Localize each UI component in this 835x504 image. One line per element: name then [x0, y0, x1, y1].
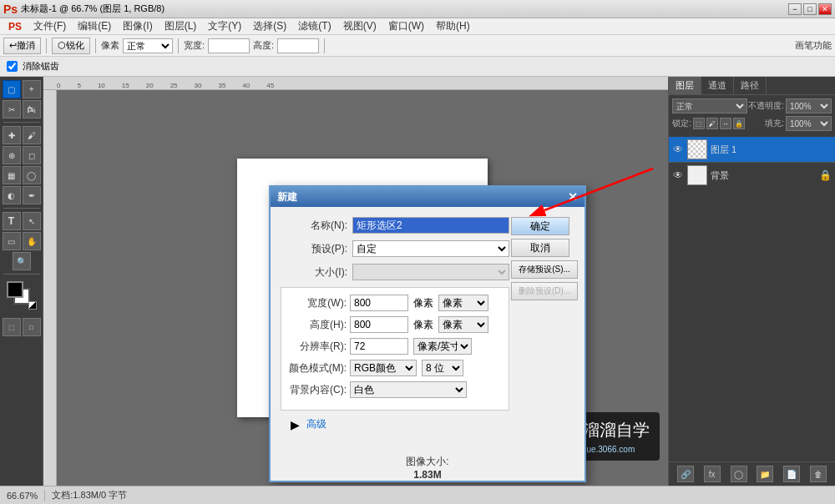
tool-row-1: ▢ ⌖ — [3, 80, 41, 98]
tool-row-6: ◐ ✒ — [3, 186, 41, 204]
tool-selection[interactable]: ▢ — [3, 80, 21, 98]
size-label: 大小(I): — [281, 265, 347, 280]
layer-1-visibility[interactable]: 👁 — [672, 144, 684, 155]
background-visibility[interactable]: 👁 — [672, 169, 684, 181]
menu-filter[interactable]: 滤镜(T) — [293, 18, 336, 35]
tool-lasso[interactable]: ⌖ — [23, 80, 41, 98]
new-group-button[interactable]: 📁 — [757, 466, 773, 482]
tool-heal[interactable]: ✚ — [3, 126, 21, 144]
dialog-width-row: 宽度(W): 像素 像素 — [288, 295, 502, 311]
new-layer-button[interactable]: 📄 — [783, 466, 800, 482]
resolution-value-input[interactable] — [350, 338, 408, 355]
tool-row-2: ✂ 🖎 — [3, 100, 41, 118]
minimize-button[interactable]: − — [788, 3, 802, 15]
opacity-select[interactable]: 100% — [786, 98, 832, 113]
toolbar-separator-1 — [46, 38, 47, 53]
width-value-input[interactable] — [350, 295, 408, 311]
tool-stamp[interactable]: ⊕ — [3, 146, 21, 164]
name-input[interactable] — [352, 217, 509, 234]
screen-mode-button[interactable]: □ — [23, 318, 41, 336]
delete-layer-button[interactable]: 🗑 — [810, 466, 827, 482]
tool-gradient[interactable]: ▦ — [3, 166, 21, 184]
width-label: 宽度(W): — [288, 296, 347, 310]
height-input[interactable] — [277, 38, 319, 53]
lock-all-button[interactable]: 🔒 — [733, 118, 745, 129]
anti-alias-checkbox[interactable] — [7, 61, 18, 72]
preset-select[interactable]: 自定 — [352, 240, 509, 257]
tool-dodge[interactable]: ◐ — [3, 186, 21, 204]
height-value-input[interactable] — [350, 316, 408, 333]
advanced-arrow[interactable]: ▶ — [291, 418, 300, 431]
color-selector[interactable] — [7, 281, 37, 310]
foreground-color[interactable] — [7, 281, 23, 298]
delete-preset-button[interactable]: 删除预设(D)... — [511, 282, 578, 300]
menu-window[interactable]: 窗口(W) — [383, 18, 429, 35]
lock-transparent-button[interactable]: ⬚ — [693, 118, 705, 129]
tool-eraser[interactable]: ◻ — [23, 146, 41, 164]
height-label: 高度: — [253, 39, 274, 52]
add-style-button[interactable]: fx — [704, 466, 721, 482]
menu-help[interactable]: 帮助(H) — [431, 18, 475, 35]
menu-file[interactable]: 文件(F) — [28, 18, 71, 35]
mode-select[interactable]: 正常 — [123, 38, 173, 53]
fill-group: 填充: 100% — [765, 116, 832, 131]
add-mask-button[interactable]: ◯ — [731, 466, 747, 482]
tool-separator-3 — [3, 274, 40, 275]
menu-ps[interactable]: PS — [3, 19, 27, 34]
color-mode-select[interactable]: RGB颜色 — [350, 360, 417, 376]
tool-shape[interactable]: ▭ — [3, 232, 21, 250]
sharpen-button[interactable]: ⬡ 锐化 — [52, 38, 90, 54]
opacity-group: 不透明度: 100% — [748, 98, 832, 113]
bg-select[interactable]: 白色 — [350, 381, 467, 398]
undo-button[interactable]: ↩ 撤消 — [3, 38, 41, 54]
dialog-close-button[interactable]: ✕ — [568, 190, 578, 204]
width-label: 宽度: — [184, 39, 205, 52]
dialog-preset-row: 预设(P): 自定 — [281, 240, 509, 257]
close-button[interactable]: ✕ — [818, 3, 832, 15]
tool-crop[interactable]: ✂ — [3, 100, 21, 118]
cancel-button[interactable]: 取消 — [511, 239, 569, 257]
swap-colors[interactable] — [28, 301, 37, 310]
menu-view[interactable]: 视图(V) — [338, 18, 382, 35]
menu-edit[interactable]: 编辑(E) — [73, 18, 116, 35]
tab-channels[interactable]: 通道 — [701, 77, 734, 94]
advanced-label[interactable]: 高级 — [306, 417, 326, 431]
height-unit-select[interactable]: 像素 — [438, 316, 488, 333]
tool-zoom[interactable]: 🔍 — [13, 252, 31, 270]
tool-text[interactable]: T — [3, 212, 21, 230]
tool-brush[interactable]: 🖌 — [23, 126, 41, 144]
toolbar: ↩ 撤消 ⬡ 锐化 像素 正常 宽度: 高度: 画笔功能 — [0, 35, 835, 57]
width-input[interactable] — [208, 38, 250, 53]
title-bar-controls[interactable]: − □ ✕ — [788, 3, 832, 15]
menu-layer[interactable]: 图层(L) — [159, 18, 202, 35]
ok-button[interactable]: 确定 — [511, 217, 569, 235]
name-label: 名称(N): — [281, 219, 347, 233]
fill-select[interactable]: 100% — [786, 116, 832, 131]
layer-item-1[interactable]: 👁 图层 1 — [669, 137, 835, 162]
save-preset-button[interactable]: 存储预设(S)... — [511, 260, 578, 279]
layer-item-background[interactable]: 👁 背景 🔒 — [669, 162, 835, 188]
tool-blur[interactable]: ◯ — [23, 166, 41, 184]
tab-layers[interactable]: 图层 — [669, 77, 701, 94]
tool-path-select[interactable]: ↖ — [23, 212, 41, 230]
menu-image[interactable]: 图像(I) — [118, 18, 157, 35]
menu-select[interactable]: 选择(S) — [248, 18, 291, 35]
panel-tabs: 图层 通道 路径 — [669, 77, 835, 95]
tool-hand[interactable]: ✋ — [23, 232, 41, 250]
tool-pen[interactable]: ✒ — [23, 186, 41, 204]
blend-mode-select[interactable]: 正常 — [672, 98, 747, 113]
link-layers-button[interactable]: 🔗 — [677, 466, 694, 482]
color-depth-select[interactable]: 8 位 — [422, 360, 463, 376]
lock-position-button[interactable]: ↔ — [720, 118, 731, 129]
resolution-label: 分辨率(R): — [288, 340, 347, 354]
menu-text[interactable]: 文字(Y) — [203, 18, 246, 35]
dialog-overlay: 新建 ✕ 名称(N): 预设(P): 自定 — [43, 77, 668, 486]
toolbar-separator-4 — [324, 38, 325, 53]
lock-image-button[interactable]: 🖌 — [706, 118, 718, 129]
resolution-unit-select[interactable]: 像素/英寸 — [413, 338, 472, 355]
maximize-button[interactable]: □ — [803, 3, 817, 15]
tab-paths[interactable]: 路径 — [734, 77, 767, 94]
quick-mask-button[interactable]: ⬚ — [3, 318, 21, 336]
width-unit-select[interactable]: 像素 — [438, 295, 488, 311]
tool-eyedropper[interactable]: 🖎 — [23, 100, 41, 118]
